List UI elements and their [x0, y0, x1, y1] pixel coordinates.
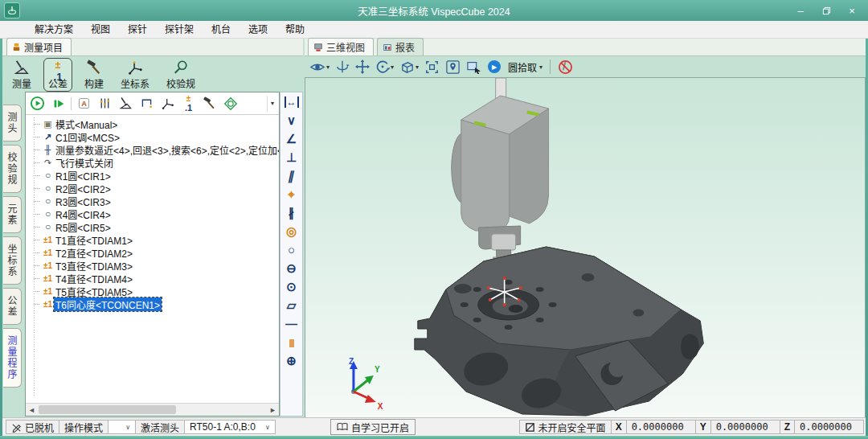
- tree-item[interactable]: T3直径<TDIAM3>: [26, 259, 279, 272]
- auto-run-button[interactable]: ▶: [488, 58, 501, 76]
- tree-item[interactable]: C1回调<MCS>: [26, 130, 279, 143]
- tree-item[interactable]: R5圆<CIR5>: [26, 220, 279, 233]
- machine-coordinates: X 0.0000000 Y 0.0000000 Z 0.0000000: [612, 420, 864, 434]
- side-tab[interactable]: 测头: [3, 105, 22, 142]
- tree-item[interactable]: T6同心度<TCONCEN1>: [26, 297, 279, 310]
- side-tab[interactable]: 元素: [3, 196, 22, 233]
- rotate-view-button[interactable]: ▾: [375, 58, 394, 76]
- run-program-button[interactable]: [27, 93, 47, 113]
- tolerance-icon: [42, 300, 54, 309]
- tree-item[interactable]: T5直径<TDIAM5>: [26, 285, 279, 297]
- chevron-down-icon: ▾: [539, 64, 542, 71]
- minimize-button[interactable]: –: [788, 0, 813, 21]
- ribbon-measure-button[interactable]: 测量: [7, 58, 36, 92]
- side-tab[interactable]: 公差: [3, 288, 22, 325]
- tree-item[interactable]: 测量参数逼近<4>,回退<3>,搜索<6>,定位<2>,定位加<2>,测: [26, 143, 279, 156]
- main-content: 测量项目 测量 ±.1 公差 构建: [2, 39, 866, 418]
- side-tab[interactable]: 校验规: [3, 145, 22, 193]
- menu-item[interactable]: 探针架: [156, 21, 203, 39]
- probe-icon: [14, 59, 30, 76]
- zoom-fit-button[interactable]: [424, 58, 440, 76]
- tolerance-button[interactable]: ±.1: [178, 93, 199, 113]
- circle-icon: [42, 223, 54, 232]
- symmetry-icon: [289, 335, 293, 349]
- pan-button[interactable]: [355, 58, 370, 76]
- scroll-right-arrow[interactable]: ►: [267, 406, 279, 414]
- x-axis-label: X: [378, 402, 383, 411]
- flatness-icon: [287, 299, 297, 311]
- close-button[interactable]: ×: [839, 0, 865, 21]
- element-frame-button[interactable]: [137, 93, 157, 113]
- tree-item[interactable]: R4圆<CIR4>: [26, 207, 279, 220]
- menu-item[interactable]: 视图: [82, 21, 119, 39]
- menu-item[interactable]: 帮助: [276, 21, 313, 39]
- toolbar-overflow-button[interactable]: ▾: [267, 96, 277, 112]
- ribbon-construct-button[interactable]: 构建: [80, 58, 108, 92]
- rotate-icon: [375, 59, 390, 74]
- tab-3d-view[interactable]: 三维视图: [308, 38, 374, 55]
- view-visibility-button[interactable]: ▾: [309, 58, 330, 76]
- runout-icon: [286, 262, 297, 274]
- operation-mode-select[interactable]: ∨: [108, 420, 136, 434]
- select-window-button[interactable]: [466, 58, 482, 76]
- window-select-icon: [466, 59, 482, 74]
- circle-pick-button[interactable]: 圆拾取 ▾: [506, 58, 542, 76]
- window-bottom-edge: [0, 436, 868, 439]
- tree-item[interactable]: T4直径<TDIAM4>: [26, 272, 279, 285]
- side-tab[interactable]: 测量程序: [3, 328, 22, 388]
- step-run-button[interactable]: [48, 93, 68, 113]
- tree-item[interactable]: R2圆<CIR2>: [26, 182, 279, 195]
- probe-button[interactable]: [116, 93, 136, 113]
- scroll-thumb[interactable]: [39, 405, 176, 414]
- tree-item[interactable]: 飞行模式关闭: [26, 156, 279, 169]
- view-cube-button[interactable]: ▾: [399, 58, 419, 76]
- datum-plane-button[interactable]: [220, 93, 240, 113]
- side-tab[interactable]: 坐标系: [3, 236, 22, 285]
- report-icon: [383, 43, 392, 52]
- view-area: 三维视图 报表 ▾ ▾ ▾: [305, 39, 866, 418]
- menu-item[interactable]: 探针: [119, 21, 156, 39]
- ribbon-coordinate-system-button[interactable]: 坐标系: [116, 58, 154, 92]
- probe-disable-button[interactable]: [558, 58, 573, 76]
- tree-item[interactable]: T1直径<TDIAM1>: [26, 233, 279, 246]
- locate-button[interactable]: [445, 58, 461, 76]
- tree-item[interactable]: T2直径<TDIAM2>: [26, 246, 279, 259]
- measure-params-button[interactable]: [95, 93, 115, 113]
- circle-icon: [42, 171, 54, 180]
- construct-button[interactable]: [199, 93, 219, 113]
- chevron-down-icon: ∨: [125, 424, 130, 431]
- orbit-button[interactable]: [335, 58, 350, 76]
- offline-status: 已脱机: [6, 420, 59, 434]
- cube-icon: [399, 59, 415, 75]
- menu-item[interactable]: 选项: [240, 21, 276, 39]
- perpendicularity-icon: [286, 151, 297, 163]
- coordinate-system-button[interactable]: [158, 93, 178, 113]
- tree-item[interactable]: R1圆<CIR1>: [26, 169, 279, 182]
- pan-icon: [355, 59, 370, 74]
- menu-item[interactable]: 解决方案: [26, 21, 82, 39]
- active-probe-label: 激活测头: [136, 420, 185, 434]
- tree-horizontal-scrollbar[interactable]: ◄ ►: [26, 403, 279, 416]
- ribbon-tolerance-button[interactable]: ±.1 公差: [43, 58, 72, 92]
- active-probe-select[interactable]: RT50-1 A:0,B:0 ∨: [185, 420, 276, 434]
- radial-icon: [286, 281, 297, 293]
- params-icon: [42, 146, 54, 154]
- 3d-scene: Z Y X: [305, 78, 865, 417]
- roundness-icon: [288, 244, 295, 256]
- tab-measurement-project[interactable]: 测量项目: [6, 38, 72, 55]
- circle-icon: [42, 210, 54, 219]
- label-button[interactable]: A: [74, 93, 94, 113]
- 3d-viewport[interactable]: Z Y X: [305, 77, 866, 418]
- menu-item[interactable]: 机台: [203, 21, 240, 39]
- safety-plane-status: 未开启安全平面: [519, 420, 612, 434]
- tree-item[interactable]: R3圆<CIR3>: [26, 195, 279, 207]
- operation-mode-label: 操作模式: [59, 420, 108, 434]
- ribbon-gauge-button[interactable]: 校验规: [162, 58, 200, 92]
- scroll-left-arrow[interactable]: ◄: [26, 406, 38, 414]
- tree-toolbar: A ±.1: [26, 92, 279, 115]
- chevron-down-icon: ▾: [391, 64, 394, 71]
- tree-item[interactable]: 模式<Manual>: [26, 117, 279, 130]
- restore-button[interactable]: [813, 0, 839, 21]
- tab-report[interactable]: 报表: [377, 38, 424, 55]
- fit-view-icon: [424, 59, 440, 75]
